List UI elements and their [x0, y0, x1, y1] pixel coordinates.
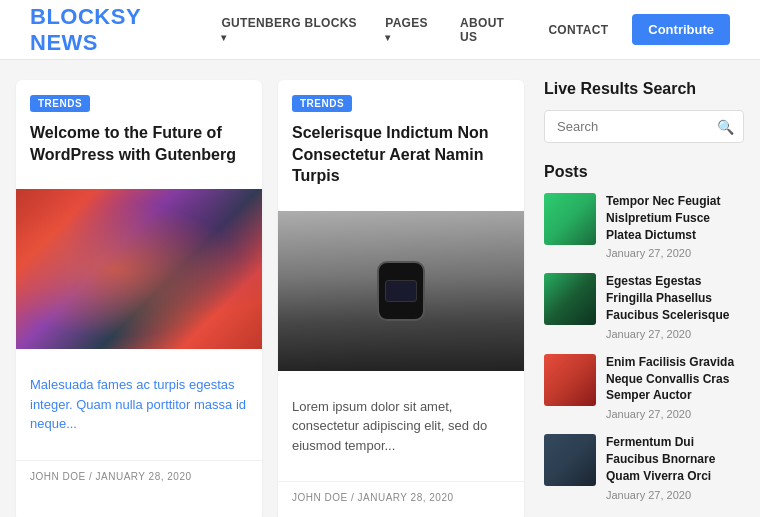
post-thumb-3	[544, 354, 596, 406]
card-content-1: TRENDS Welcome to the Future of WordPres…	[16, 80, 262, 189]
post-title-3: Enim Facilisis Gravida Neque Convallis C…	[606, 354, 744, 404]
post-title-1: Tempor Nec Feugiat Nislpretium Fusce Pla…	[606, 193, 744, 243]
post-thumb-1	[544, 193, 596, 245]
post-thumb-4	[544, 434, 596, 486]
nav-item-about[interactable]: ABOUT US	[450, 10, 532, 50]
card-excerpt-area-2: Lorem ipsum dolor sit amet, consectetur …	[278, 371, 524, 482]
post-info-2: Egestas Egestas Fringilla Phasellus Fauc…	[606, 273, 744, 339]
card-meta-2: JOHN DOE / JANUARY 28, 2020	[278, 481, 524, 513]
sidebar: Live Results Search 🔍 Posts Tempor Nec F…	[544, 80, 744, 517]
search-icon[interactable]: 🔍	[717, 119, 734, 135]
nav-item-contact[interactable]: CONTACT	[538, 17, 618, 43]
card-image-1	[16, 189, 262, 349]
watch-shape	[377, 261, 425, 321]
card-title-1: Welcome to the Future of WordPress with …	[30, 122, 248, 165]
post-title-2: Egestas Egestas Fringilla Phasellus Fauc…	[606, 273, 744, 323]
card-date-1: JANUARY 28, 2020	[96, 471, 192, 482]
search-input[interactable]	[544, 110, 744, 143]
tag-badge-2[interactable]: TRENDS	[292, 95, 352, 112]
search-box: 🔍	[544, 110, 744, 143]
card-author-1: JOHN DOE	[30, 471, 86, 482]
card-image-2	[278, 211, 524, 371]
logo-text: BLOCKSY	[30, 4, 141, 29]
post-date-3: January 27, 2020	[606, 408, 744, 420]
post-date-2: January 27, 2020	[606, 328, 744, 340]
nav-item-pages[interactable]: PAGES	[375, 10, 444, 50]
watch-image	[278, 211, 524, 371]
tag-badge-1[interactable]: TRENDS	[30, 95, 90, 112]
main-content: TRENDS Welcome to the Future of WordPres…	[0, 60, 760, 517]
search-section-title: Live Results Search	[544, 80, 744, 98]
post-info-1: Tempor Nec Feugiat Nislpretium Fusce Pla…	[606, 193, 744, 259]
main-nav: GUTENBERG BLOCKS PAGES ABOUT US CONTACT …	[211, 10, 730, 50]
nav-item-gutenberg[interactable]: GUTENBERG BLOCKS	[211, 10, 369, 50]
posts-section-title: Posts	[544, 163, 744, 181]
post-item-3[interactable]: Enim Facilisis Gravida Neque Convallis C…	[544, 354, 744, 420]
logo-accent: NEWS	[30, 30, 98, 55]
card-content-2: TRENDS Scelerisque Indictum Non Consecte…	[278, 80, 524, 211]
card-excerpt-area-1: Malesuada fames ac turpis egestas intege…	[16, 349, 262, 460]
articles-column: TRENDS Welcome to the Future of WordPres…	[16, 80, 524, 517]
post-thumb-2	[544, 273, 596, 325]
post-item-1[interactable]: Tempor Nec Feugiat Nislpretium Fusce Pla…	[544, 193, 744, 259]
card-excerpt-2: Lorem ipsum dolor sit amet, consectetur …	[292, 397, 510, 456]
card-author-2: JOHN DOE	[292, 492, 348, 503]
card-date-2: JANUARY 28, 2020	[358, 492, 454, 503]
card-meta-1: JOHN DOE / JANUARY 28, 2020	[16, 460, 262, 492]
card-excerpt-1: Malesuada fames ac turpis egestas intege…	[30, 375, 248, 434]
post-info-4: Fermentum Dui Faucibus Bnornare Quam Viv…	[606, 434, 744, 500]
post-title-4: Fermentum Dui Faucibus Bnornare Quam Viv…	[606, 434, 744, 484]
post-item-4[interactable]: Fermentum Dui Faucibus Bnornare Quam Viv…	[544, 434, 744, 500]
site-logo[interactable]: BLOCKSY NEWS	[30, 4, 211, 56]
abstract-image	[16, 189, 262, 349]
card-title-2: Scelerisque Indictum Non Consectetur Aer…	[292, 122, 510, 187]
posts-section: Posts Tempor Nec Feugiat Nislpretium Fus…	[544, 163, 744, 501]
article-card-1: TRENDS Welcome to the Future of WordPres…	[16, 80, 262, 517]
search-section: Live Results Search 🔍	[544, 80, 744, 143]
post-info-3: Enim Facilisis Gravida Neque Convallis C…	[606, 354, 744, 420]
post-item-2[interactable]: Egestas Egestas Fringilla Phasellus Fauc…	[544, 273, 744, 339]
article-card-2: TRENDS Scelerisque Indictum Non Consecte…	[278, 80, 524, 517]
contribute-button[interactable]: Contribute	[632, 14, 730, 45]
post-date-4: January 27, 2020	[606, 489, 744, 501]
post-date-1: January 27, 2020	[606, 247, 744, 259]
header: BLOCKSY NEWS GUTENBERG BLOCKS PAGES ABOU…	[0, 0, 760, 60]
